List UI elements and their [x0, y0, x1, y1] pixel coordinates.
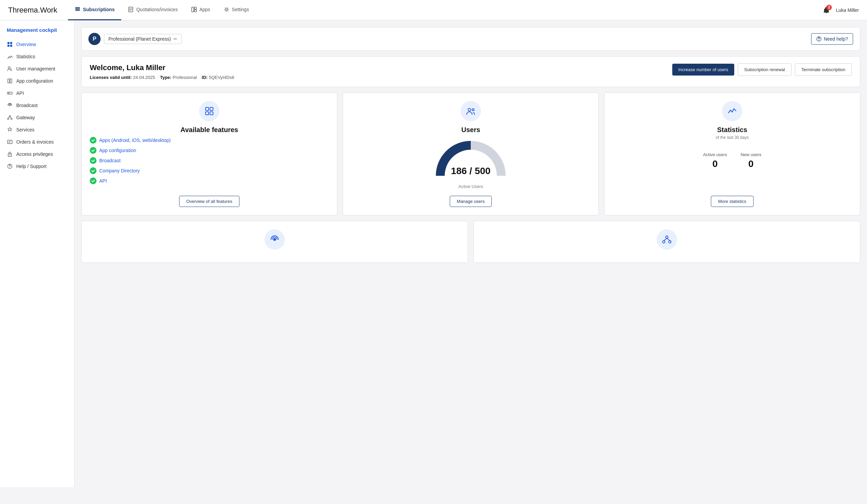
- top-navigation: Subscriptions Quotations/invoices: [68, 0, 256, 20]
- svg-rect-13: [10, 42, 12, 44]
- sidebar-item-api[interactable]: API: [0, 87, 74, 99]
- user-management-icon: [7, 66, 13, 72]
- features-card-title: Available features: [181, 126, 238, 134]
- svg-point-31: [10, 155, 10, 156]
- new-users-stat: New users 0: [741, 152, 761, 169]
- svg-point-44: [663, 241, 665, 243]
- welcome-row: Welcome, Luka Miller Licenses valid unti…: [90, 63, 852, 80]
- logo-brand: Threema.: [8, 6, 40, 14]
- svg-rect-37: [210, 107, 213, 110]
- apps-icon: [191, 7, 197, 12]
- tab-subscriptions[interactable]: Subscriptions: [68, 0, 121, 20]
- feature-item-2[interactable]: Broadcast: [90, 156, 329, 165]
- sidebar-item-user-management[interactable]: User management: [0, 63, 74, 75]
- statistics-card: Statistics of the last 30 days Active us…: [604, 93, 860, 215]
- svg-rect-18: [10, 79, 12, 83]
- svg-point-43: [666, 236, 668, 238]
- gauge-chart: 186 / 500: [434, 139, 508, 179]
- features-card-icon: [199, 101, 220, 121]
- tab-settings[interactable]: Settings: [217, 0, 256, 20]
- settings-icon: [224, 7, 229, 12]
- broadcast-icon: [7, 102, 13, 108]
- features-card: Available features Apps (Android, iOS, w…: [81, 93, 337, 215]
- edit-workspace-icon[interactable]: ✏: [173, 36, 178, 42]
- feature-item-3[interactable]: Company Directory: [90, 165, 329, 176]
- sidebar-item-services[interactable]: Services: [0, 124, 74, 136]
- svg-point-40: [468, 108, 471, 111]
- features-card-body: Apps (Android, iOS, web/desktop) App con…: [90, 135, 329, 207]
- notification-badge: 2: [826, 5, 832, 10]
- active-users-stat-value: 0: [703, 159, 727, 169]
- bottom-cards: [81, 221, 860, 263]
- welcome-section: Welcome, Luka Miller Licenses valid unti…: [81, 56, 860, 87]
- bottom-card-2-icon: [657, 229, 677, 250]
- statistics-card-title: Statistics: [717, 126, 748, 134]
- overview-all-features-button[interactable]: Overview of all features: [179, 196, 239, 207]
- statistics-icon: [7, 54, 13, 60]
- users-card: Users 186 / 500 Active: [343, 93, 599, 215]
- workspace-name: Professional (Planet Express): [108, 36, 171, 42]
- notifications-bell[interactable]: 2: [822, 6, 831, 14]
- subscriptions-icon: [75, 7, 80, 12]
- bottom-card-2: [473, 221, 860, 263]
- workspace-name-box[interactable]: Professional (Planet Express) ✏: [104, 34, 182, 44]
- manage-users-button[interactable]: Manage users: [450, 196, 492, 207]
- svg-rect-20: [8, 93, 10, 94]
- more-statistics-button[interactable]: More statistics: [711, 196, 753, 207]
- check-icon: [90, 137, 97, 143]
- feature-item-4[interactable]: API: [90, 176, 329, 186]
- svg-point-21: [9, 105, 11, 106]
- app-config-icon: [7, 78, 13, 84]
- sidebar-item-access-privileges[interactable]: Access privileges: [0, 148, 74, 160]
- svg-point-41: [472, 109, 474, 111]
- api-icon: [7, 90, 13, 96]
- increase-users-button[interactable]: Increase number of users: [672, 64, 734, 76]
- check-icon: [90, 147, 97, 154]
- sidebar-item-orders-invoices[interactable]: Orders & invoices: [0, 136, 74, 148]
- active-users-label: Active Users: [459, 184, 483, 189]
- need-help-button[interactable]: Need help?: [811, 33, 853, 45]
- statistics-card-body: Active users 0 New users 0 More statisti…: [613, 145, 852, 207]
- terminate-subscription-button[interactable]: Terminate subscription: [795, 63, 852, 76]
- feature-item-0[interactable]: Apps (Android, iOS, web/desktop): [90, 135, 329, 145]
- svg-point-11: [226, 9, 228, 11]
- svg-point-16: [8, 67, 10, 69]
- svg-rect-27: [8, 140, 12, 143]
- new-users-stat-label: New users: [741, 152, 761, 157]
- svg-point-42: [273, 238, 276, 241]
- svg-rect-7: [129, 10, 131, 11]
- users-icon: [466, 106, 476, 116]
- tab-quotations[interactable]: Quotations/invoices: [121, 0, 184, 20]
- sidebar-item-overview[interactable]: Overview: [0, 38, 74, 51]
- svg-rect-1: [75, 9, 80, 10]
- feature-item-1[interactable]: App configuration: [90, 145, 329, 156]
- sidebar-item-broadcast[interactable]: Broadcast: [0, 99, 74, 111]
- features-list: Apps (Android, iOS, web/desktop) App con…: [90, 135, 329, 186]
- svg-point-24: [11, 118, 12, 120]
- welcome-buttons: Increase number of users Subscription re…: [672, 63, 852, 76]
- tab-apps[interactable]: Apps: [184, 0, 217, 20]
- svg-rect-17: [8, 79, 10, 83]
- svg-point-33: [10, 167, 10, 168]
- svg-rect-12: [8, 42, 10, 44]
- sidebar-item-help-support[interactable]: Help / Support: [0, 160, 74, 172]
- active-users-stat: Active users 0: [703, 152, 727, 169]
- welcome-info: Welcome, Luka Miller Licenses valid unti…: [90, 63, 234, 80]
- check-icon: [90, 167, 97, 174]
- bottom-card-1-icon: [265, 229, 285, 250]
- sidebar-item-statistics[interactable]: Statistics: [0, 51, 74, 63]
- users-card-body: 186 / 500 Active Users Manage users: [351, 135, 590, 207]
- sidebar-title: Management cockpit: [0, 27, 74, 38]
- subscription-renewal-button[interactable]: Subscription renewal: [738, 63, 791, 76]
- svg-line-26: [10, 117, 11, 118]
- broadcast-bottom-icon: [270, 234, 280, 245]
- grid-icon: [204, 106, 214, 116]
- overview-icon: [7, 41, 13, 47]
- content-area: P Professional (Planet Express) ✏ Need h…: [75, 20, 867, 487]
- svg-rect-39: [210, 112, 213, 115]
- bottom-card-1: [81, 221, 468, 263]
- user-name: Luka Miller: [836, 8, 859, 13]
- svg-rect-0: [75, 8, 80, 9]
- sidebar-item-gateway[interactable]: Gateway: [0, 111, 74, 124]
- sidebar-item-app-configuration[interactable]: App configuration: [0, 75, 74, 87]
